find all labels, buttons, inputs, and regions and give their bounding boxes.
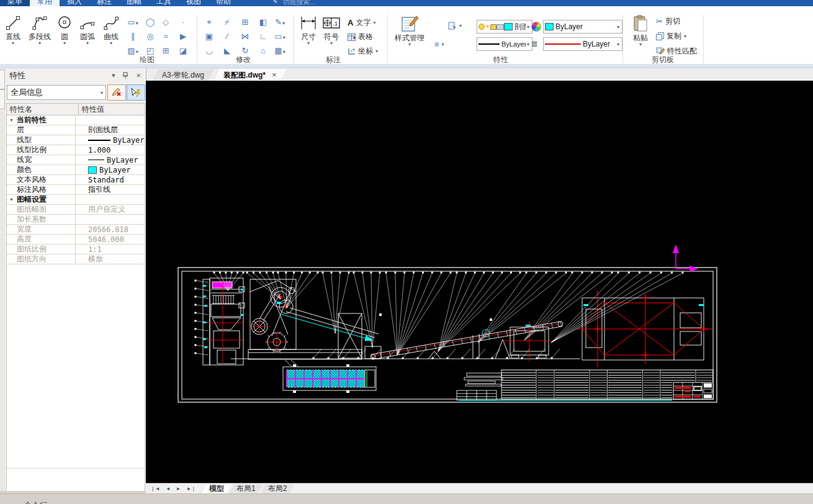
chevron-down-icon[interactable]: ▾: [616, 24, 621, 30]
close-icon[interactable]: ×: [136, 71, 141, 80]
chevron-down-icon[interactable]: ▾: [99, 41, 124, 46]
menu-tab-sheet[interactable]: 图幅: [119, 0, 149, 6]
paste-button[interactable]: 粘贴▾: [628, 15, 653, 47]
rectangle-icon[interactable]: ▭▾: [126, 16, 140, 29]
property-row-lineweight[interactable]: 线宽ByLayer: [7, 155, 145, 165]
donut-icon[interactable]: ◎: [143, 30, 157, 43]
search-placeholder[interactable]: 功能搜索...: [283, 0, 316, 6]
chevron-down-icon[interactable]: ▾: [55, 41, 74, 46]
property-row-color[interactable]: 颜色ByLayer: [7, 165, 145, 175]
stretch-icon[interactable]: ◧: [256, 16, 270, 29]
chevron-down-icon[interactable]: ▾: [297, 41, 320, 46]
property-scope-dropdown[interactable]: 全局信息 ▾: [7, 85, 106, 100]
chevron-down-icon[interactable]: ▾: [684, 34, 686, 39]
symbol-button[interactable]: .1 符号▾: [320, 15, 343, 46]
mirror-icon[interactable]: ⋈: [238, 30, 252, 43]
parallel-icon[interactable]: ∥: [126, 30, 140, 43]
property-group[interactable]: ▼当前特性: [7, 115, 145, 125]
revcloud-icon[interactable]: ≈: [159, 30, 173, 43]
next-tab-icon[interactable]: ►: [176, 486, 181, 492]
tab-layout1[interactable]: 布局1: [229, 484, 263, 493]
color-wheel-icon[interactable]: [531, 22, 541, 32]
property-row-linetype[interactable]: 线型ByLayer: [7, 135, 145, 145]
chevron-down-icon[interactable]: ▾: [373, 20, 375, 25]
menu-app-button[interactable]: 菜单: [0, 0, 30, 6]
menu-tab-help[interactable]: 帮助: [209, 0, 238, 6]
chevron-down-icon[interactable]: ▾: [75, 41, 100, 46]
block-icon[interactable]: ⊞: [159, 45, 173, 57]
tab-navigation[interactable]: ❘◄ ◄ ► ►❘: [151, 486, 195, 492]
chevron-down-icon[interactable]: ▾: [1, 41, 25, 46]
chevron-down-icon[interactable]: ▾: [320, 41, 343, 46]
move-icon[interactable]: ⌖: [202, 16, 216, 29]
corner-icon[interactable]: ∟: [256, 30, 270, 43]
last-tab-icon[interactable]: ►❘: [186, 486, 195, 492]
copy-button[interactable]: 复制▾: [656, 31, 686, 42]
prev-tab-icon[interactable]: ◄: [166, 486, 171, 492]
chevron-down-icon[interactable]: ▾: [526, 42, 531, 47]
chevron-down-icon[interactable]: ▾: [390, 42, 429, 47]
tab-layout2[interactable]: 布局2: [261, 484, 295, 493]
dock-tab[interactable]: [0, 70, 5, 89]
erase-icon[interactable]: ✎▾: [273, 16, 287, 29]
property-row-textstyle[interactable]: 文本风格Standard: [7, 175, 145, 185]
coordinate-button[interactable]: 坐标▾: [348, 46, 378, 56]
property-row-layer[interactable]: 层剖面线层: [7, 125, 145, 135]
clear-edit-button[interactable]: [107, 84, 126, 101]
chevron-down-icon[interactable]: ▾: [375, 48, 378, 54]
arc-button[interactable]: 圆弧▾: [75, 15, 100, 46]
chevron-down-icon[interactable]: ▾: [25, 41, 54, 46]
layer-dropdown[interactable]: ☀ 剖面线层 ▾: [477, 20, 532, 34]
linestyle-tool-button[interactable]: ≡▾: [434, 40, 444, 49]
leader-icon[interactable]: ▶: [176, 30, 190, 43]
trim-icon[interactable]: ∕: [220, 30, 234, 43]
fillet-icon[interactable]: ◡: [202, 45, 216, 57]
chevron-down-icon[interactable]: ▾: [616, 42, 621, 47]
drawing-canvas[interactable]: [146, 81, 813, 483]
cut-button[interactable]: ✂ 剪切: [656, 16, 680, 27]
linetype-dropdown[interactable]: ByLayer ▾: [477, 37, 532, 51]
color-dropdown[interactable]: ByLayer ▾: [543, 20, 622, 34]
cad-drawing[interactable]: [146, 81, 813, 483]
ellipse-icon[interactable]: ◯: [143, 16, 157, 29]
menu-tab-annotate[interactable]: 标注: [89, 0, 119, 6]
point-icon[interactable]: ·: [176, 16, 190, 29]
array-icon[interactable]: ⊞: [238, 16, 252, 29]
quick-select-button[interactable]: [127, 84, 145, 101]
close-icon[interactable]: ×: [272, 70, 277, 79]
wipeout-icon[interactable]: ◪: [176, 45, 190, 57]
rect-sel-icon[interactable]: ▭▾: [273, 30, 287, 43]
layer-tool-button[interactable]: ▾: [448, 21, 462, 30]
lineweight-dropdown[interactable]: ByLayer ▾: [543, 37, 622, 51]
chevron-down-icon[interactable]: ▾: [628, 42, 653, 47]
hatch-icon[interactable]: ▨▾: [126, 45, 140, 57]
polyline-button[interactable]: 多段线▾: [25, 15, 54, 46]
lineweight-icon[interactable]: ≣: [531, 39, 538, 48]
text-button[interactable]: A 文字▾: [348, 17, 375, 28]
menu-tab-view[interactable]: 视图: [179, 0, 209, 6]
property-row-dimstyle[interactable]: 标注风格指引线: [7, 185, 145, 195]
pin-icon[interactable]: [122, 72, 128, 79]
spline-button[interactable]: 曲线▾: [99, 15, 124, 46]
property-group[interactable]: ▼图幅设置: [7, 195, 145, 205]
chevron-down-icon[interactable]: ▾: [526, 24, 531, 30]
polygon-icon[interactable]: ◇: [159, 16, 173, 29]
command-line-label[interactable]: 命令行: [24, 500, 48, 504]
chamfer-icon[interactable]: ◣: [220, 45, 234, 57]
menu-tab-tools[interactable]: 工具: [149, 0, 179, 6]
doc-tab-a3[interactable]: A3-带轮.dwg: [152, 69, 214, 81]
hatch-edit-icon[interactable]: ▦▾: [273, 45, 287, 57]
explode-icon[interactable]: ⌂: [256, 45, 270, 57]
property-row-ltscale[interactable]: 线型比例1.000: [7, 145, 145, 155]
chevron-down-icon[interactable]: ▾: [442, 42, 444, 47]
table-button[interactable]: 表格: [348, 32, 373, 42]
dock-tab[interactable]: [0, 89, 5, 109]
menu-tab-home[interactable]: 常用: [30, 0, 60, 6]
chevron-down-icon[interactable]: ▾: [459, 23, 462, 29]
style-manager-button[interactable]: 样式管理▾: [390, 15, 429, 47]
line-button[interactable]: 直线▾: [1, 15, 25, 46]
collapse-icon[interactable]: ▼: [9, 197, 14, 202]
menu-tab-insert[interactable]: 插入: [60, 0, 89, 6]
tab-model[interactable]: 模型: [202, 484, 231, 493]
function-search[interactable]: ✎ 功能搜索...: [273, 0, 316, 6]
